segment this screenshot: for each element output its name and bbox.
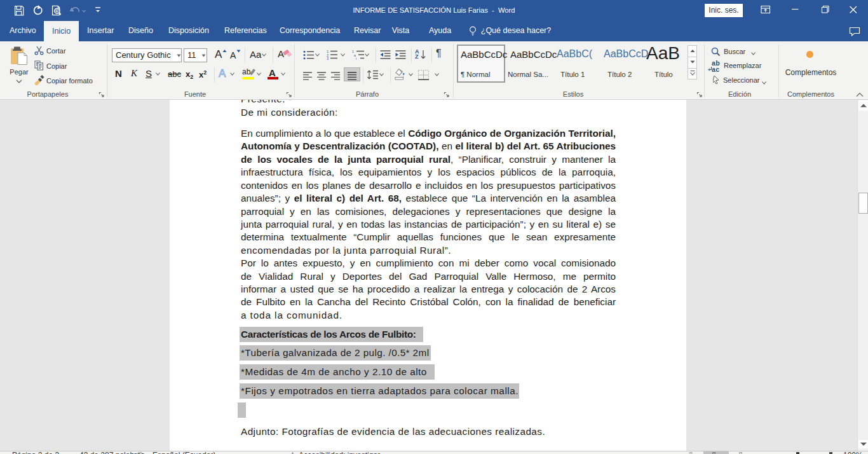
svg-text:3: 3 [327, 57, 329, 60]
svg-text:i: i [356, 57, 356, 60]
